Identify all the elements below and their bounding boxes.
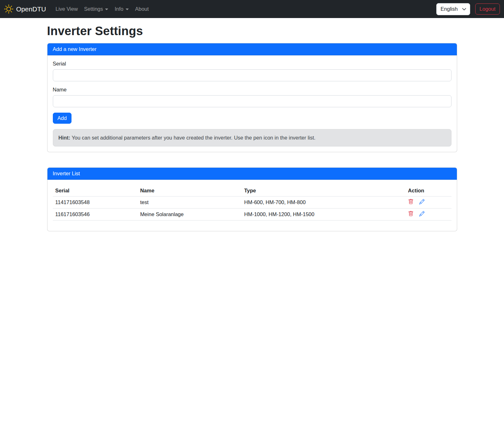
table-header-row: Serial Name Type Action — [53, 185, 451, 196]
nav-item-live-view[interactable]: Live View — [53, 3, 81, 15]
inverter-list-card-body: Serial Name Type Action 114171603548 tes… — [47, 180, 457, 231]
brand[interactable]: OpenDTU — [4, 4, 46, 14]
sun-icon — [4, 4, 13, 14]
add-inverter-card-header: Add a new Inverter — [47, 43, 457, 55]
hint-text: You can set additional parameters after … — [72, 135, 315, 140]
cell-name: Meine Solaranlage — [138, 209, 242, 221]
inverter-list-card-header: Inverter List — [47, 168, 457, 180]
edit-inverter-button[interactable] — [419, 199, 425, 204]
name-input[interactable] — [53, 95, 451, 107]
column-header-action: Action — [406, 185, 451, 196]
table-row: 114171603548 test HM-600, HM-700, HM-800 — [53, 196, 451, 209]
cell-name: test — [138, 196, 242, 209]
cell-serial: 116171603546 — [53, 209, 138, 221]
nav-item-info[interactable]: Info — [111, 3, 132, 15]
delete-inverter-button[interactable] — [408, 199, 414, 204]
name-label: Name — [53, 87, 451, 93]
hint-alert: Hint: You can set additional parameters … — [53, 129, 451, 146]
delete-inverter-button[interactable] — [408, 211, 414, 216]
serial-input[interactable] — [53, 69, 451, 81]
language-selected-value: English — [441, 6, 458, 12]
inverter-table: Serial Name Type Action 114171603548 tes… — [53, 185, 451, 221]
pencil-icon — [419, 211, 425, 216]
page-title: Inverter Settings — [47, 24, 457, 38]
brand-label: OpenDTU — [16, 5, 46, 13]
caret-down-icon — [126, 9, 129, 10]
cell-type: HM-1000, HM-1200, HM-1500 — [242, 209, 406, 221]
edit-inverter-button[interactable] — [419, 211, 425, 216]
add-inverter-card-body: Serial Name Add Hint: You can set additi… — [47, 55, 457, 152]
cell-actions — [406, 196, 451, 209]
cell-serial: 114171603548 — [53, 196, 138, 209]
inverter-list-card: Inverter List Serial Name Type Action 11… — [47, 167, 457, 231]
add-button[interactable]: Add — [53, 113, 72, 124]
serial-label: Serial — [53, 61, 451, 67]
add-inverter-card: Add a new Inverter Serial Name Add Hint:… — [47, 43, 457, 152]
caret-down-icon — [105, 9, 108, 10]
navbar: OpenDTU Live View Settings Info About En… — [0, 0, 504, 18]
column-header-type: Type — [242, 185, 406, 196]
column-header-name: Name — [138, 185, 242, 196]
column-header-serial: Serial — [53, 185, 138, 196]
language-select[interactable]: English — [436, 3, 470, 15]
navbar-right: English Logout — [436, 3, 500, 15]
cell-actions — [406, 209, 451, 221]
trash-icon — [408, 211, 414, 216]
logout-button[interactable]: Logout — [475, 3, 500, 15]
cell-type: HM-600, HM-700, HM-800 — [242, 196, 406, 209]
pencil-icon — [419, 199, 425, 204]
nav-item-about[interactable]: About — [132, 3, 152, 15]
table-row: 116171603546 Meine Solaranlage HM-1000, … — [53, 209, 451, 221]
nav-item-settings[interactable]: Settings — [81, 3, 112, 15]
main-content: Inverter Settings Add a new Inverter Ser… — [43, 24, 461, 231]
trash-icon — [408, 199, 414, 204]
hint-label: Hint: — [59, 135, 71, 140]
nav-links: Live View Settings Info About — [53, 3, 152, 15]
